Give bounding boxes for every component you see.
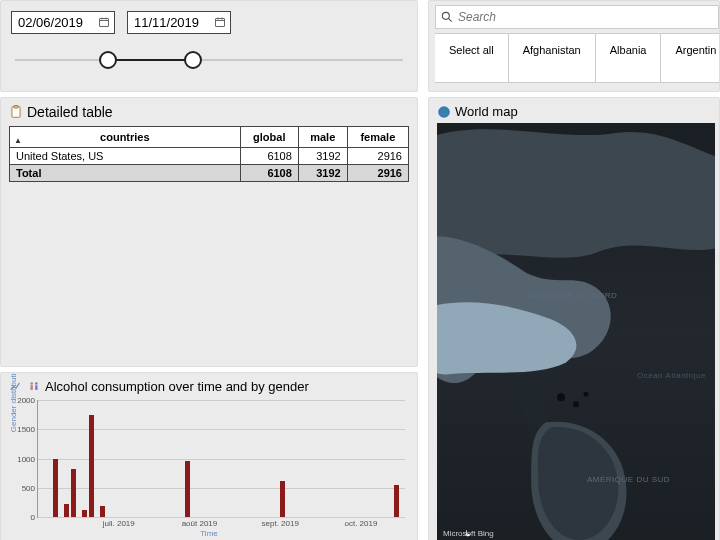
chart-xtick: août 2019 bbox=[182, 519, 218, 528]
chart-panel: Alcohol consumption over time and by gen… bbox=[0, 372, 418, 540]
chart-xlabel: Time bbox=[200, 529, 217, 538]
table-title: Detailed table bbox=[27, 104, 113, 120]
country-chips: Select allAfghanistanAlbaniaArgentin bbox=[435, 33, 719, 83]
country-chip[interactable]: Argentin bbox=[661, 34, 720, 83]
clipboard-icon bbox=[9, 105, 23, 119]
chart-ytick: 500 bbox=[22, 483, 35, 492]
chart-bar[interactable] bbox=[71, 469, 76, 517]
chart-bar[interactable] bbox=[82, 510, 87, 517]
table-header[interactable]: male bbox=[298, 127, 347, 148]
chart-xtick: sept. 2019 bbox=[262, 519, 299, 528]
table-row[interactable]: United States, US610831922916 bbox=[10, 148, 409, 165]
map-label-ocean: Océan Atlantique bbox=[637, 371, 706, 380]
svg-rect-1 bbox=[216, 19, 225, 27]
chart-xtick: juil. 2019 bbox=[103, 519, 135, 528]
chart-xtick: oct. 2019 bbox=[344, 519, 377, 528]
search-icon bbox=[440, 10, 454, 24]
country-chip[interactable]: Select all bbox=[435, 34, 509, 83]
svg-point-7 bbox=[35, 382, 38, 385]
slider-track bbox=[15, 59, 403, 61]
calendar-icon bbox=[98, 16, 110, 28]
chart-gridline bbox=[38, 400, 405, 401]
globe-icon bbox=[437, 105, 451, 119]
chart-bar[interactable] bbox=[394, 485, 399, 517]
date-end-value: 11/11/2019 bbox=[134, 15, 199, 30]
chart-bar[interactable] bbox=[280, 481, 285, 517]
date-end-input[interactable]: 11/11/2019 bbox=[127, 11, 231, 34]
chart-bar[interactable] bbox=[89, 415, 94, 517]
chart-bar[interactable] bbox=[64, 504, 69, 517]
detailed-table-panel: Detailed table countries▲globalmalefemal… bbox=[0, 97, 418, 367]
map-label-sa: AMÉRIQUE DU SUD bbox=[587, 475, 670, 484]
date-range-slider[interactable] bbox=[15, 48, 403, 72]
date-start-input[interactable]: 02/06/2019 bbox=[11, 11, 115, 34]
svg-rect-4 bbox=[14, 106, 19, 108]
svg-point-11 bbox=[573, 401, 579, 407]
svg-point-12 bbox=[583, 392, 588, 397]
search-input[interactable] bbox=[458, 10, 714, 24]
calendar-icon bbox=[214, 16, 226, 28]
svg-point-9 bbox=[438, 106, 450, 118]
slider-handle-end[interactable] bbox=[184, 51, 202, 69]
svg-rect-8 bbox=[35, 385, 37, 390]
table-total-row: Total610831922916 bbox=[10, 165, 409, 182]
map-title: World map bbox=[455, 104, 518, 119]
chart-plot: 0500100015002000juil. 2019août 2019sept.… bbox=[37, 400, 405, 518]
table-header[interactable]: global bbox=[240, 127, 298, 148]
table-header[interactable]: countries▲ bbox=[10, 127, 241, 148]
chart-ytick: 1000 bbox=[17, 454, 35, 463]
sort-asc-icon: ▲ bbox=[14, 136, 22, 145]
table-header[interactable]: female bbox=[347, 127, 408, 148]
slider-active bbox=[108, 59, 193, 61]
svg-point-2 bbox=[442, 12, 449, 19]
chart-bar[interactable] bbox=[185, 461, 190, 517]
map-label-na: AMÉRIQUE DU NORD bbox=[527, 291, 617, 300]
svg-rect-0 bbox=[100, 19, 109, 27]
date-range-panel: 02/06/2019 11/11/2019 bbox=[0, 0, 418, 92]
slider-handle-start[interactable] bbox=[99, 51, 117, 69]
world-map[interactable]: AMÉRIQUE DU NORD AMÉRIQUE DU SUD Océan A… bbox=[437, 123, 715, 540]
chart-ytick: 1500 bbox=[17, 425, 35, 434]
chart-title: Alcohol consumption over time and by gen… bbox=[45, 379, 309, 394]
svg-point-5 bbox=[30, 382, 33, 385]
date-start-value: 02/06/2019 bbox=[18, 15, 83, 30]
chart-gridline bbox=[38, 517, 405, 518]
chart-ytick: 2000 bbox=[17, 396, 35, 405]
svg-point-10 bbox=[557, 393, 565, 401]
chart-bar[interactable] bbox=[100, 506, 105, 517]
detailed-table: countries▲globalmalefemale United States… bbox=[9, 126, 409, 182]
world-map-panel: World map AMÉRIQUE DU NORD AMÉRIQUE DU S… bbox=[428, 97, 720, 540]
chart-ytick: 0 bbox=[31, 513, 35, 522]
svg-rect-6 bbox=[31, 385, 33, 390]
people-icon bbox=[27, 380, 41, 394]
bing-icon bbox=[443, 529, 494, 538]
search-row bbox=[435, 5, 719, 29]
map-attribution: Microsoft Bing bbox=[443, 529, 494, 538]
country-chip[interactable]: Afghanistan bbox=[509, 34, 596, 83]
country-search-panel: Select allAfghanistanAlbaniaArgentin bbox=[428, 0, 720, 92]
chart-bar[interactable] bbox=[53, 459, 58, 518]
country-chip[interactable]: Albania bbox=[596, 34, 662, 83]
